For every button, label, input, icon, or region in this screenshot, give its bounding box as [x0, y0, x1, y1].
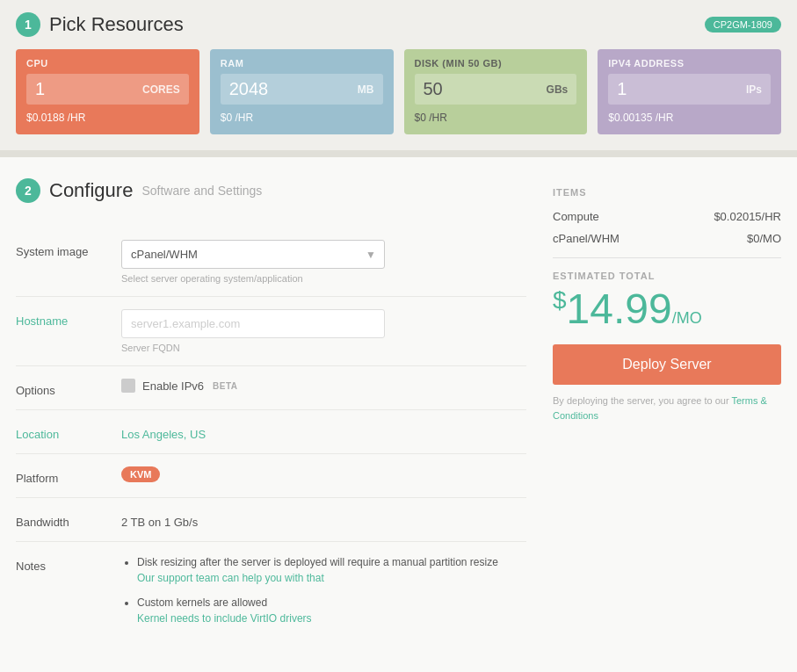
ram-card[interactable]: RAM 2048 MB $0 /HR [210, 49, 394, 134]
total-dollar: $ [553, 286, 567, 314]
resource-cards-container: CPU 1 CORES $0.0188 /HR RAM 2048 MB $0 /… [16, 49, 781, 134]
location-value: Los Angeles, US [121, 423, 526, 441]
total-amount: 14.99 [567, 285, 672, 332]
notes-row: Notes Disk resizing after the server is … [16, 542, 526, 647]
cpu-value-row: 1 CORES [26, 74, 189, 105]
item-row-0: Compute $0.02015/HR [553, 210, 781, 223]
system-image-select[interactable]: cPanel/WHM [121, 240, 385, 269]
disk-value-row: 50 GBs [415, 74, 577, 105]
step1-badge: 1 [16, 12, 40, 37]
note-item-0: Disk resizing after the server is deploy… [137, 554, 526, 586]
configure-right: ITEMS Compute $0.02015/HR cPanel/WHM $0/… [553, 178, 781, 647]
item-row-1: cPanel/WHM $0/MO [553, 232, 781, 245]
options-label: Options [16, 379, 121, 397]
item-0-price: $0.02015/HR [714, 210, 781, 223]
ipv4-value-row: 1 IPs [608, 74, 771, 105]
item-1-name: cPanel/WHM [553, 232, 619, 245]
disk-label: DISK (MIN 50 GB) [415, 58, 577, 69]
sidebar-divider [553, 257, 781, 258]
cpu-value: 1 [35, 79, 45, 99]
ram-label: RAM [221, 58, 383, 69]
disk-unit: GBs [547, 83, 569, 96]
item-1-price: $0/MO [747, 232, 781, 245]
notes-label: Notes [16, 554, 121, 573]
ipv4-unit: IPs [746, 83, 762, 96]
location-label: Location [16, 423, 121, 441]
bandwidth-label: Bandwidth [16, 510, 121, 529]
ipv6-checkbox[interactable] [121, 379, 135, 393]
platform-badge: KVM [121, 466, 160, 482]
bandwidth-row: Bandwidth 2 TB on 1 Gb/s [16, 498, 526, 542]
system-image-hint: Select server operating system/applicati… [121, 273, 526, 284]
options-row: Options Enable IPv6 BETA [16, 366, 526, 410]
hostname-content: Server FQDN [121, 309, 526, 353]
note-item-1: Custom kernels are allowed Kernel needs … [137, 595, 526, 626]
item-0-name: Compute [553, 210, 599, 223]
total-price: $14.99/MO [553, 288, 781, 330]
ipv6-checkbox-row: Enable IPv6 BETA [121, 379, 526, 393]
pick-resources-section: 1 Pick Resources CP2GM-1809 CPU 1 CORES … [0, 0, 797, 157]
section1-header-left: 1 Pick Resources [16, 12, 184, 37]
hostname-hint: Server FQDN [121, 343, 526, 353]
ram-price: $0 /HR [221, 112, 383, 124]
platform-content: KVM [121, 466, 526, 482]
system-image-content: cPanel/WHM ▼ Select server operating sys… [121, 240, 526, 284]
configure-section: 2 Configure Software and Settings System… [0, 157, 797, 672]
disk-card[interactable]: DISK (MIN 50 GB) 50 GBs $0 /HR [404, 49, 588, 134]
ipv6-label: Enable IPv6 [142, 379, 204, 393]
notes-content: Disk resizing after the server is deploy… [121, 554, 526, 635]
items-label: ITEMS [553, 187, 781, 198]
ipv4-label: IPV4 ADDRESS [608, 58, 771, 69]
ipv4-price: $0.00135 /HR [608, 112, 771, 124]
section2-inner: 2 Configure Software and Settings System… [16, 178, 781, 647]
location-row: Location Los Angeles, US [16, 410, 526, 454]
hostname-label: Hostname [16, 309, 121, 328]
configure-left: 2 Configure Software and Settings System… [16, 178, 526, 647]
options-content: Enable IPv6 BETA [121, 379, 526, 393]
note-0-main: Disk resizing after the server is deploy… [137, 556, 498, 568]
bandwidth-content: 2 TB on 1 Gb/s [121, 510, 526, 529]
section1-header: 1 Pick Resources CP2GM-1809 [16, 12, 781, 37]
note-1-main: Custom kernels are allowed [137, 596, 267, 609]
ipv4-value: 1 [617, 79, 627, 99]
estimated-label: ESTIMATED TOTAL [553, 271, 781, 281]
section2-title: Configure [49, 179, 133, 202]
platform-label: Platform [16, 466, 121, 485]
system-image-row: System image cPanel/WHM ▼ Select server … [16, 228, 526, 297]
disk-price: $0 /HR [415, 112, 577, 124]
note-1-sub: Kernel needs to include VirtIO drivers [137, 611, 526, 626]
ipv4-card[interactable]: IPV4 ADDRESS 1 IPs $0.00135 /HR [598, 49, 781, 134]
cpu-unit: CORES [142, 83, 180, 96]
system-image-select-wrapper[interactable]: cPanel/WHM ▼ [121, 240, 385, 269]
cpu-price: $0.0188 /HR [26, 112, 189, 124]
items-section: ITEMS Compute $0.02015/HR cPanel/WHM $0/… [553, 187, 781, 423]
cpu-card[interactable]: CPU 1 CORES $0.0188 /HR [16, 49, 199, 134]
ram-unit: MB [358, 83, 374, 96]
location-content: Los Angeles, US [121, 423, 526, 441]
ram-value: 2048 [229, 79, 269, 99]
note-0-sub: Our support team can help you with that [137, 570, 526, 586]
section1-title: Pick Resources [49, 13, 184, 36]
deploy-button[interactable]: Deploy Server [553, 344, 781, 385]
platform-row: Platform KVM [16, 454, 526, 498]
section2-header: 2 Configure Software and Settings [16, 178, 526, 203]
hostname-input[interactable] [121, 309, 385, 338]
terms-text: By deploying the server, you agree to ou… [553, 394, 781, 423]
step2-badge: 2 [16, 178, 40, 203]
beta-badge: BETA [213, 381, 237, 391]
bandwidth-value: 2 TB on 1 Gb/s [121, 510, 526, 529]
section2-subtitle: Software and Settings [141, 184, 262, 198]
ram-value-row: 2048 MB [221, 74, 383, 105]
terms-prefix: By deploying the server, you agree to ou… [553, 395, 729, 406]
total-period: /MO [672, 309, 702, 327]
server-id-badge: CP2GM-1809 [705, 17, 781, 33]
cpu-label: CPU [26, 58, 189, 69]
hostname-row: Hostname Server FQDN [16, 297, 526, 366]
disk-value: 50 [424, 79, 443, 99]
system-image-label: System image [16, 240, 121, 258]
notes-list: Disk resizing after the server is deploy… [121, 554, 526, 626]
